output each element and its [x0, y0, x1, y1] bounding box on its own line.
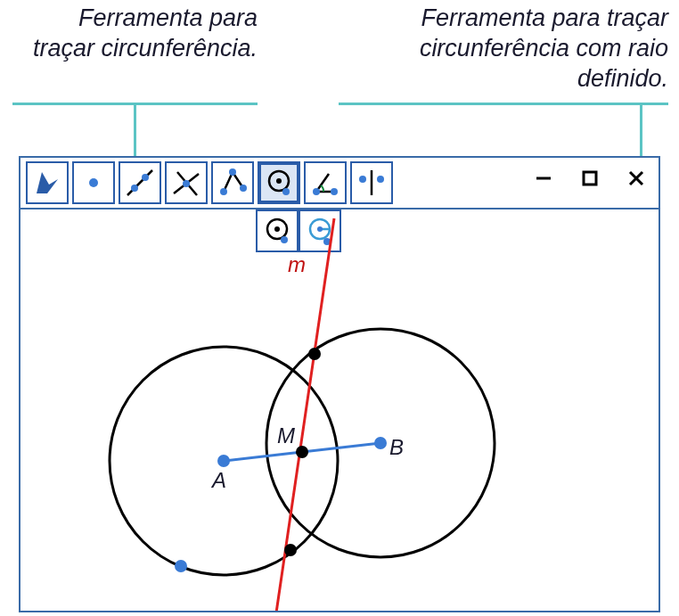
- tool-point[interactable]: [72, 161, 115, 204]
- svg-point-14: [313, 188, 320, 195]
- label-line-m: m: [288, 252, 306, 277]
- label-point-b: B: [389, 435, 404, 460]
- svg-line-2: [127, 170, 152, 195]
- svg-marker-0: [37, 172, 58, 193]
- polygon-icon: [217, 167, 249, 199]
- svg-point-4: [142, 174, 149, 181]
- label-point-m: M: [277, 423, 295, 448]
- point-m: [296, 446, 308, 458]
- intersection-bottom: [284, 544, 297, 556]
- point-on-circle: [175, 560, 187, 572]
- annotation-right-label: Ferramenta para traçar circunferência co…: [339, 4, 668, 94]
- maximize-icon: [582, 170, 598, 186]
- tool-perpendicular[interactable]: [165, 161, 208, 204]
- svg-point-17: [359, 176, 366, 183]
- svg-point-8: [220, 188, 227, 195]
- toolbar: [20, 158, 659, 209]
- arrow-icon: [31, 167, 63, 199]
- svg-point-7: [183, 180, 190, 187]
- intersection-top: [308, 348, 321, 360]
- line-m: [270, 218, 334, 611]
- svg-rect-20: [584, 172, 596, 185]
- svg-point-10: [240, 185, 247, 192]
- svg-point-18: [377, 176, 384, 183]
- tool-reflect[interactable]: [350, 161, 393, 204]
- svg-point-3: [131, 185, 138, 192]
- annotation-right-underline: [339, 103, 668, 105]
- svg-point-12: [276, 178, 282, 184]
- annotation-left-label: Ferramenta para traçar circunferência.: [12, 4, 258, 64]
- window-controls: [532, 167, 648, 190]
- tool-row: [26, 161, 393, 204]
- geometry-svg: [20, 209, 659, 611]
- point-b: [374, 437, 387, 449]
- minimize-icon: [535, 169, 552, 187]
- line-icon: [124, 167, 156, 199]
- angle-icon: [309, 167, 341, 199]
- tool-circle-center-point[interactable]: [258, 161, 300, 204]
- geometry-canvas[interactable]: m A B M: [20, 209, 659, 611]
- close-icon: [627, 169, 645, 187]
- point-icon: [78, 167, 110, 199]
- svg-point-15: [331, 188, 338, 195]
- minimize-button[interactable]: [532, 167, 555, 190]
- app-window: m A B M: [19, 156, 660, 612]
- perpendicular-icon: [170, 167, 202, 199]
- tool-line[interactable]: [119, 161, 161, 204]
- tool-angle[interactable]: [304, 161, 347, 204]
- svg-point-9: [229, 168, 236, 176]
- label-point-a: A: [212, 468, 226, 493]
- svg-point-1: [89, 178, 98, 187]
- point-a: [217, 455, 230, 467]
- reflect-icon: [356, 167, 388, 199]
- circle-icon: [263, 167, 295, 199]
- tool-polygon[interactable]: [211, 161, 254, 204]
- close-button[interactable]: [625, 167, 648, 190]
- svg-point-13: [282, 188, 290, 195]
- tool-move[interactable]: [26, 161, 69, 204]
- maximize-button[interactable]: [578, 167, 601, 190]
